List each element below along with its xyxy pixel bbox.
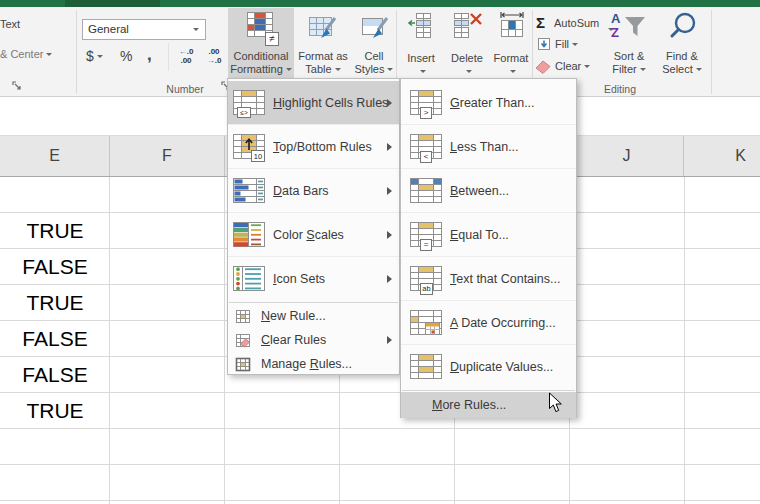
format-cells-button[interactable]: Format xyxy=(490,8,532,78)
submenu-item-equal-to[interactable]: = Equal To... xyxy=(401,213,576,257)
comma-style-button[interactable]: , xyxy=(147,45,152,65)
menu-item-clear-rules[interactable]: Clear Rules xyxy=(228,328,399,352)
highlight-cells-rules-icon: ≤> xyxy=(232,88,266,118)
group-separator xyxy=(711,10,712,94)
titlebar-strip-dark-segment xyxy=(65,0,160,7)
combobox-caret-icon xyxy=(193,28,199,34)
new-rule-icon xyxy=(235,308,251,324)
number-format-combobox[interactable]: General xyxy=(82,19,206,40)
column-header-F[interactable]: F xyxy=(110,136,225,176)
cell-styles-icon xyxy=(360,13,390,45)
cell-value-row3[interactable]: FALSE xyxy=(0,249,110,285)
dropdown-caret-icon xyxy=(510,70,516,76)
format-as-table-button[interactable]: Format as Table xyxy=(296,8,350,78)
column-header-J[interactable]: J xyxy=(570,136,684,176)
dropdown-caret-icon xyxy=(46,53,52,59)
dropdown-caret-icon xyxy=(696,68,702,74)
mouse-cursor xyxy=(548,392,563,414)
find-select-button[interactable]: Find & Select xyxy=(658,8,706,78)
increase-decimal-button[interactable]: ←.0 .00 xyxy=(173,47,199,65)
autosum-sigma-icon[interactable]: Σ xyxy=(536,14,545,31)
cell-value-row5[interactable]: FALSE xyxy=(0,321,110,357)
conditional-formatting-menu: ≤> Highlight Cells Rules 10 Top/Bottom R… xyxy=(227,78,400,375)
dropdown-caret-icon xyxy=(335,68,341,74)
alignment-dialog-launcher-icon[interactable] xyxy=(12,81,23,92)
dropdown-caret-icon xyxy=(572,43,578,49)
editing-group-label: Editing xyxy=(578,83,662,95)
data-bars-icon xyxy=(232,176,266,206)
submenu-item-greater-than[interactable]: > Greater Than... xyxy=(401,81,576,125)
conditional-formatting-button[interactable]: ≠ Conditional Formatting xyxy=(228,8,294,78)
submenu-item-duplicate-values[interactable]: Duplicate Values... xyxy=(401,345,576,389)
clear-button[interactable]: Clear xyxy=(555,60,590,72)
format-icon xyxy=(497,11,527,41)
submenu-arrow-icon xyxy=(387,143,392,151)
delete-cells-button[interactable]: Delete xyxy=(444,8,490,78)
menu-item-highlight-cells-rules[interactable]: ≤> Highlight Cells Rules xyxy=(228,81,399,125)
cell-value-row7[interactable]: TRUE xyxy=(0,393,110,429)
cell-value-row2[interactable]: TRUE xyxy=(0,213,110,249)
conditional-formatting-icon: ≠ xyxy=(246,11,276,49)
icon-sets-icon xyxy=(232,264,266,294)
submenu-arrow-icon xyxy=(387,336,392,344)
clear-eraser-icon[interactable] xyxy=(535,59,551,74)
fill-icon[interactable] xyxy=(537,37,551,51)
top-bottom-rules-icon: 10 xyxy=(232,132,266,162)
text-that-contains-icon: ab xyxy=(409,264,443,294)
menu-item-data-bars[interactable]: Data Bars xyxy=(228,169,399,213)
submenu-arrow-icon xyxy=(387,187,392,195)
number-group-label: Number xyxy=(140,83,230,95)
dropdown-caret-icon xyxy=(420,70,426,76)
submenu-item-between[interactable]: Between... xyxy=(401,169,576,213)
menu-separator xyxy=(402,390,575,391)
submenu-item-text-that-contains[interactable]: ab Text that Contains... xyxy=(401,257,576,301)
greater-than-icon: > xyxy=(409,88,443,118)
dropdown-caret-icon xyxy=(640,68,646,74)
dropdown-caret-icon xyxy=(387,68,393,74)
dropdown-caret-icon xyxy=(286,68,292,74)
highlight-cells-rules-submenu: > Greater Than... < Less Than... Between… xyxy=(400,78,577,418)
fill-button[interactable]: Fill xyxy=(555,38,578,50)
clear-rules-icon xyxy=(235,332,251,348)
a-date-occurring-icon xyxy=(409,308,443,338)
dropdown-caret-icon xyxy=(97,55,103,61)
column-header-E[interactable]: E xyxy=(0,136,110,176)
equal-to-icon: = xyxy=(409,220,443,250)
menu-item-color-scales[interactable]: Color Scales xyxy=(228,213,399,257)
format-as-table-icon xyxy=(308,13,338,45)
menu-item-new-rule[interactable]: New Rule... xyxy=(228,304,399,328)
cell-value-row4[interactable]: TRUE xyxy=(0,285,110,321)
delete-icon xyxy=(453,12,483,40)
between-icon xyxy=(409,176,443,206)
number-format-value: General xyxy=(88,23,129,35)
menu-item-icon-sets[interactable]: Icon Sets xyxy=(228,257,399,301)
decrease-decimal-button[interactable]: .00 →.0 xyxy=(201,47,227,65)
submenu-item-less-than[interactable]: < Less Than... xyxy=(401,125,576,169)
accounting-format-button[interactable]: $ xyxy=(86,48,103,64)
sort-filter-button[interactable]: A Z Sort & Filter xyxy=(606,8,652,78)
dropdown-caret-icon xyxy=(584,65,590,71)
insert-cells-button[interactable]: Insert xyxy=(400,8,442,78)
sort-filter-icon: A Z xyxy=(611,11,647,47)
submenu-arrow-icon xyxy=(387,231,392,239)
dropdown-caret-icon xyxy=(466,70,472,76)
duplicate-values-icon xyxy=(409,352,443,382)
color-scales-icon xyxy=(232,220,266,250)
menu-item-manage-rules[interactable]: Manage Rules... xyxy=(228,352,399,376)
manage-rules-icon xyxy=(235,356,251,372)
find-select-magnifier-icon xyxy=(668,11,698,43)
column-header-K[interactable]: K xyxy=(684,136,760,176)
less-than-icon: < xyxy=(409,132,443,162)
menu-item-top-bottom-rules[interactable]: 10 Top/Bottom Rules xyxy=(228,125,399,169)
merge-center-label-fragment[interactable]: & Center xyxy=(0,48,52,60)
menu-separator xyxy=(229,302,398,303)
excel-window: Text & Center General $ % , ←.0 .00 .00 … xyxy=(0,0,760,504)
submenu-arrow-icon xyxy=(387,275,392,283)
submenu-item-a-date-occurring[interactable]: A Date Occurring... xyxy=(401,301,576,345)
percent-style-button[interactable]: % xyxy=(120,48,132,64)
wrap-text-label-fragment[interactable]: Text xyxy=(0,18,20,30)
autosum-button[interactable]: AutoSum xyxy=(554,17,599,29)
cell-value-row6[interactable]: FALSE xyxy=(0,357,110,393)
cell-styles-button[interactable]: Cell Styles xyxy=(352,8,396,78)
submenu-arrow-icon xyxy=(387,99,392,107)
